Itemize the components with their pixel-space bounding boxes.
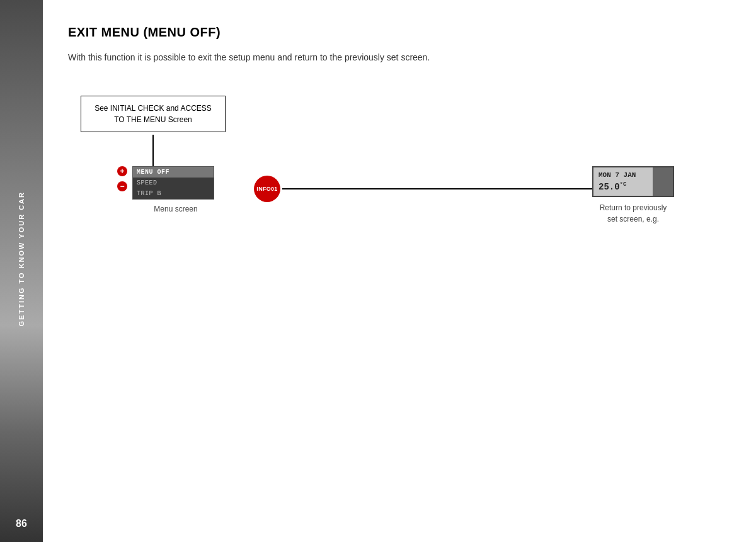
reference-box: See INITIAL CHECK and ACCESS TO THE MENU… bbox=[81, 96, 226, 132]
reference-text-line1: See INITIAL CHECK and ACCESS bbox=[94, 104, 212, 113]
diagram-area: See INITIAL CHECK and ACCESS TO THE MENU… bbox=[68, 96, 724, 285]
description: With this function it is possible to exi… bbox=[68, 51, 724, 64]
result-screen: MON 7 JAN 25.0°C Return to previously se… bbox=[592, 166, 674, 225]
result-label: Return to previously set screen, e.g. bbox=[592, 202, 674, 225]
display-box: MON 7 JAN 25.0°C bbox=[592, 166, 674, 197]
menu-row-0: MENU OFF bbox=[133, 167, 214, 178]
connector-line bbox=[152, 135, 154, 166]
menu-row-2: TRIP B bbox=[133, 188, 214, 199]
menu-row-1: SPEED bbox=[133, 178, 214, 188]
sidebar-label: GETTING TO KNOW YOUR CAR bbox=[18, 179, 25, 339]
menu-display: MENU OFF SPEED TRIP B bbox=[132, 166, 214, 200]
display-date: MON 7 JAN bbox=[598, 171, 648, 179]
reference-text-line2: TO THE MENU Screen bbox=[114, 115, 192, 124]
page-number: 86 bbox=[16, 518, 27, 542]
display-main: MON 7 JAN 25.0°C bbox=[593, 167, 653, 196]
menu-screen-display: + − MENU OFF SPEED TRIP B Menu screen bbox=[117, 166, 223, 213]
main-content: EXIT MENU (MENU OFF) With this function … bbox=[43, 0, 756, 542]
minus-button[interactable]: − bbox=[117, 181, 127, 191]
page-title: EXIT MENU (MENU OFF) bbox=[68, 25, 724, 40]
menu-screen-label: Menu screen bbox=[129, 205, 223, 213]
plus-button[interactable]: + bbox=[117, 166, 127, 176]
display-sidebar-panel bbox=[653, 167, 673, 196]
sidebar: GETTING TO KNOW YOUR CAR 86 bbox=[0, 0, 43, 542]
info-button[interactable]: INFO01 bbox=[254, 176, 280, 202]
display-temp: 25.0°C bbox=[598, 181, 648, 192]
